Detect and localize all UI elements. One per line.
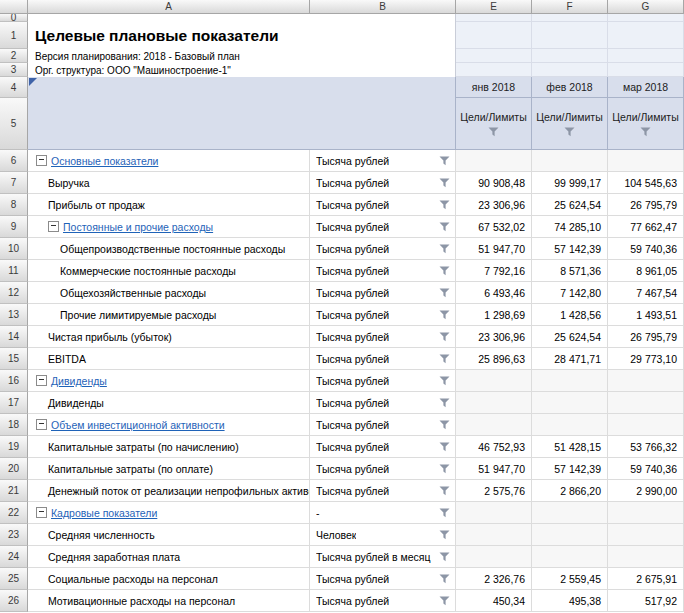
filter-icon[interactable] <box>439 200 450 210</box>
cell-unit[interactable]: Тысяча рублей <box>310 282 456 304</box>
cell-value[interactable]: 59 740,36 <box>608 238 684 260</box>
filter-icon[interactable] <box>439 552 450 562</box>
cell-unit[interactable]: Тысяча рублей <box>310 370 456 392</box>
cell-value[interactable]: 77 662,47 <box>608 216 684 238</box>
cell-value[interactable]: 59 740,36 <box>608 458 684 480</box>
cell-value[interactable] <box>456 502 532 524</box>
cell-value[interactable]: 7 142,80 <box>532 282 608 304</box>
cell-indicator[interactable]: Постоянные и прочие расходы <box>28 216 310 238</box>
cell-value[interactable] <box>456 392 532 414</box>
cell-value[interactable] <box>608 150 684 172</box>
measure-header[interactable]: Цели/Лимиты <box>608 98 684 150</box>
version-cell[interactable]: Версия планирования: 2018 - Базовый план <box>28 49 456 63</box>
row-number[interactable]: 3 <box>0 63 28 77</box>
cell-indicator[interactable]: Дивиденды <box>28 392 310 414</box>
cell-unit[interactable]: Тысяча рублей <box>310 194 456 216</box>
cell-value[interactable]: 23 306,96 <box>456 326 532 348</box>
cell-unit[interactable]: Человек <box>310 524 456 546</box>
cell-indicator[interactable]: Чистая прибыль (убыток) <box>28 326 310 348</box>
cell-unit[interactable]: Тысяча рублей <box>310 458 456 480</box>
empty-cell[interactable] <box>532 49 608 63</box>
cell-value[interactable]: 57 142,39 <box>532 458 608 480</box>
filter-icon[interactable] <box>439 178 450 188</box>
filter-icon[interactable] <box>439 420 450 430</box>
cell-value[interactable] <box>532 370 608 392</box>
filter-icon[interactable] <box>439 222 450 232</box>
cell-unit[interactable]: Тысяча рублей <box>310 304 456 326</box>
row-number[interactable]: 7 <box>0 172 28 194</box>
cell-value[interactable]: 2 559,45 <box>532 568 608 590</box>
filter-icon[interactable] <box>439 574 450 584</box>
cell-indicator[interactable]: Объем инвестиционной активности <box>28 414 310 436</box>
filter-icon[interactable] <box>439 464 450 474</box>
empty-cell[interactable] <box>608 22 684 49</box>
minus-square-icon[interactable] <box>36 507 47 518</box>
column-header-b[interactable]: B <box>310 0 456 14</box>
cell-value[interactable] <box>456 370 532 392</box>
row-number[interactable]: 23 <box>0 524 28 546</box>
empty-cell[interactable] <box>532 63 608 77</box>
column-header-e[interactable]: E <box>456 0 532 14</box>
row-number[interactable]: 15 <box>0 348 28 370</box>
row-number[interactable]: 17 <box>0 392 28 414</box>
measure-header[interactable]: Цели/Лимиты <box>532 98 608 150</box>
filter-icon[interactable] <box>439 288 450 298</box>
month-header-jan[interactable]: янв 2018 <box>456 77 532 98</box>
cell-unit[interactable]: Тысяча рублей <box>310 260 456 282</box>
cell-value[interactable]: 26 795,79 <box>608 326 684 348</box>
cell-unit[interactable]: Тысяча рублей <box>310 568 456 590</box>
cell-value[interactable]: 51 947,70 <box>456 238 532 260</box>
cell-unit[interactable]: Тысяча рублей в месяц <box>310 546 456 568</box>
column-header-f[interactable]: F <box>532 0 608 14</box>
cell-unit[interactable]: Тысяча рублей <box>310 172 456 194</box>
row-number[interactable]: 24 <box>0 546 28 568</box>
cell-value[interactable]: 7 792,16 <box>456 260 532 282</box>
group-link[interactable]: Дивиденды <box>51 375 107 387</box>
cell-value[interactable]: 6 493,46 <box>456 282 532 304</box>
filter-icon[interactable] <box>488 127 499 137</box>
empty-cell[interactable] <box>608 63 684 77</box>
row-number[interactable]: 10 <box>0 238 28 260</box>
cell-unit[interactable]: Тысяча рублей <box>310 238 456 260</box>
row-number[interactable]: 12 <box>0 282 28 304</box>
cell-indicator[interactable]: Прибыль от продаж <box>28 194 310 216</box>
cell-indicator[interactable]: Кадровые показатели <box>28 502 310 524</box>
column-header-g[interactable]: G <box>608 0 684 14</box>
cell-indicator[interactable]: EBITDA <box>28 348 310 370</box>
row-number[interactable]: 18 <box>0 414 28 436</box>
cell-value[interactable]: 8 961,05 <box>608 260 684 282</box>
cell-value[interactable]: 29 773,10 <box>608 348 684 370</box>
row-number[interactable]: 9 <box>0 216 28 238</box>
row-number[interactable]: 11 <box>0 260 28 282</box>
cell-indicator[interactable]: Социальные расходы на персонал <box>28 568 310 590</box>
cell-value[interactable]: 74 285,10 <box>532 216 608 238</box>
filter-icon[interactable] <box>439 442 450 452</box>
cell-value[interactable]: 2 326,76 <box>456 568 532 590</box>
cell-value[interactable] <box>608 414 684 436</box>
cell-value[interactable]: 51 947,70 <box>456 458 532 480</box>
cell-value[interactable] <box>456 546 532 568</box>
cell-value[interactable]: 25 624,54 <box>532 326 608 348</box>
filter-icon[interactable] <box>439 530 450 540</box>
filter-icon[interactable] <box>439 332 450 342</box>
cell-value[interactable] <box>532 502 608 524</box>
month-header-mar[interactable]: мар 2018 <box>608 77 684 98</box>
header-merged-cell[interactable] <box>28 77 456 150</box>
cell-value[interactable] <box>532 546 608 568</box>
empty-cell[interactable] <box>456 22 532 49</box>
corner-triangle-icon[interactable] <box>29 78 37 86</box>
cell-value[interactable] <box>608 392 684 414</box>
filter-icon[interactable] <box>439 354 450 364</box>
measure-header[interactable]: Цели/Лимиты <box>456 98 532 150</box>
cell-value[interactable]: 450,34 <box>456 590 532 612</box>
cell-value[interactable]: 28 471,71 <box>532 348 608 370</box>
cell-unit[interactable]: Тысяча рублей <box>310 150 456 172</box>
row-number[interactable]: 21 <box>0 480 28 502</box>
minus-square-icon[interactable] <box>48 221 59 232</box>
select-all-corner[interactable] <box>0 0 28 14</box>
filter-icon[interactable] <box>439 244 450 254</box>
cell-unit[interactable]: Тысяча рублей <box>310 590 456 612</box>
cell-indicator[interactable]: Капитальные затраты (по оплате) <box>28 458 310 480</box>
row-number[interactable]: 26 <box>0 590 28 612</box>
cell-indicator[interactable]: Прочие лимитируемые расходы <box>28 304 310 326</box>
